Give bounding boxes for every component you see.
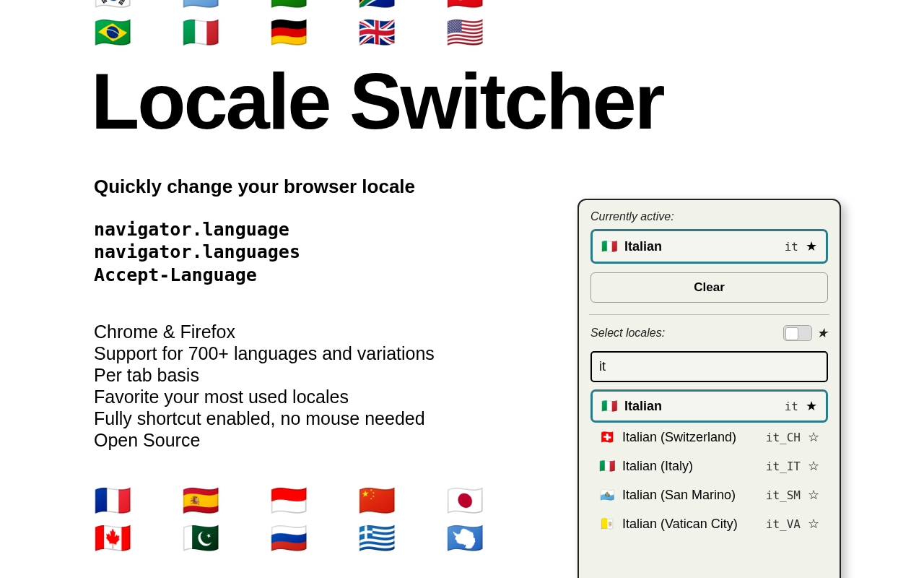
flag-icon: 🇮🇹 xyxy=(601,238,617,254)
flag-icon: 🇮🇹 xyxy=(601,398,617,414)
star-icon[interactable]: ★ xyxy=(806,238,817,254)
star-icon[interactable]: ☆ xyxy=(808,487,819,503)
locale-code: it_SM xyxy=(766,488,801,502)
locale-search-input[interactable] xyxy=(590,351,828,382)
flag-row: 🇰🇷🇦🇷🇮🇳🇿🇦🇹🇷 xyxy=(94,0,541,10)
flag-icon: 🇺🇸 xyxy=(446,17,484,48)
feature-list: Chrome & FirefoxSupport for 700+ languag… xyxy=(94,321,541,451)
flag-icon: 🇮🇹 xyxy=(599,458,615,474)
code-block: navigator.languagenavigator.languagesAcc… xyxy=(94,218,541,286)
flag-icon: 🇿🇦 xyxy=(358,0,396,10)
locale-code: it xyxy=(785,400,798,413)
locale-results: 🇮🇹 Italian it ★ 🇨🇭 Italian (Switzerland)… xyxy=(590,389,828,538)
page-title: Locale Switcher xyxy=(91,55,541,147)
clear-button[interactable]: Clear xyxy=(590,272,828,303)
label-text: Currently active: xyxy=(590,210,674,223)
flag-icon: 🇬🇷 xyxy=(358,523,396,553)
flag-icon: 🇵🇰 xyxy=(182,523,219,553)
star-icon[interactable]: ☆ xyxy=(808,458,819,474)
flag-icon: 🇩🇪 xyxy=(270,17,308,48)
star-icon[interactable]: ☆ xyxy=(808,516,819,532)
feature-line: Support for 700+ languages and variation… xyxy=(94,342,541,364)
flag-icon: 🇯🇵 xyxy=(446,486,484,516)
favorites-toggle-wrap: ★ xyxy=(783,325,828,341)
select-locales-label: Select locales: ★ xyxy=(590,325,828,341)
feature-line: Per tab basis xyxy=(94,364,541,386)
flag-grid-bottom: 🇫🇷🇪🇸🇮🇩🇨🇳🇯🇵 🇨🇦🇵🇰🇷🇺🇬🇷🇦🇶 xyxy=(94,486,541,553)
flag-icon: 🇨🇳 xyxy=(358,486,396,516)
locale-code: it_IT xyxy=(766,460,801,473)
feature-line: Chrome & Firefox xyxy=(94,321,541,342)
code-line: navigator.languages xyxy=(94,241,541,263)
flag-icon: 🇻🇦 xyxy=(599,516,615,532)
active-locale-item[interactable]: 🇮🇹 Italian it ★ xyxy=(590,229,828,264)
locale-name: Italian (Vatican City) xyxy=(622,517,759,532)
flag-icon: 🇸🇲 xyxy=(599,487,615,503)
star-icon[interactable]: ★ xyxy=(806,398,817,414)
star-icon[interactable]: ☆ xyxy=(808,429,819,445)
locale-result-item[interactable]: 🇮🇹 Italian it ★ xyxy=(590,389,828,423)
locale-result-item[interactable]: 🇮🇹 Italian (Italy) it_IT ☆ xyxy=(590,452,828,480)
flag-icon: 🇨🇭 xyxy=(599,429,615,445)
locale-name: Italian (Italy) xyxy=(622,459,759,474)
feature-line: Open Source xyxy=(94,429,541,451)
flag-row: 🇨🇦🇵🇰🇷🇺🇬🇷🇦🇶 xyxy=(94,523,541,553)
label-text: Select locales: xyxy=(590,327,665,340)
flag-icon: 🇷🇺 xyxy=(270,523,308,553)
locale-result-item[interactable]: 🇻🇦 Italian (Vatican City) it_VA ☆ xyxy=(590,509,828,538)
flag-icon: 🇨🇦 xyxy=(94,523,131,553)
flag-icon: 🇪🇸 xyxy=(182,486,219,516)
flag-icon: 🇰🇷 xyxy=(94,0,131,10)
flag-icon: 🇮🇹 xyxy=(182,17,219,48)
flag-icon: 🇦🇶 xyxy=(446,523,484,553)
locale-code: it_CH xyxy=(766,431,801,444)
code-line: navigator.language xyxy=(94,218,541,241)
feature-line: Favorite your most used locales xyxy=(94,386,541,407)
locale-name: Italian (Switzerland) xyxy=(622,430,759,445)
flag-icon: 🇹🇷 xyxy=(446,0,484,10)
currently-active-label: Currently active: xyxy=(590,210,828,223)
flag-icon: 🇮🇩 xyxy=(270,486,308,516)
flag-row: 🇧🇷🇮🇹🇩🇪🇬🇧🇺🇸 xyxy=(94,17,541,48)
hero-section: 🇰🇷🇦🇷🇮🇳🇿🇦🇹🇷 🇧🇷🇮🇹🇩🇪🇬🇧🇺🇸 Locale Switcher Qu… xyxy=(94,0,541,561)
flag-icon: 🇬🇧 xyxy=(358,17,396,48)
favorites-toggle[interactable] xyxy=(783,325,812,341)
locale-name: Italian xyxy=(624,399,777,414)
flag-grid-top: 🇰🇷🇦🇷🇮🇳🇿🇦🇹🇷 🇧🇷🇮🇹🇩🇪🇬🇧🇺🇸 xyxy=(94,0,541,48)
locale-result-item[interactable]: 🇸🇲 Italian (San Marino) it_SM ☆ xyxy=(590,480,828,509)
locale-result-item[interactable]: 🇨🇭 Italian (Switzerland) it_CH ☆ xyxy=(590,423,828,452)
feature-line: Fully shortcut enabled, no mouse needed xyxy=(94,407,541,429)
locale-switcher-panel: Currently active: 🇮🇹 Italian it ★ Clear … xyxy=(578,199,841,578)
locale-name: Italian (San Marino) xyxy=(622,488,759,503)
locale-code: it_VA xyxy=(766,517,801,531)
flag-icon: 🇮🇳 xyxy=(270,0,308,10)
code-line: Accept-Language xyxy=(94,264,541,286)
locale-name: Italian xyxy=(624,239,777,254)
flag-icon: 🇫🇷 xyxy=(94,486,131,516)
tagline: Quickly change your browser locale xyxy=(94,176,541,198)
star-icon: ★ xyxy=(816,325,828,341)
flag-row: 🇫🇷🇪🇸🇮🇩🇨🇳🇯🇵 xyxy=(94,486,541,516)
flag-icon: 🇧🇷 xyxy=(94,17,131,48)
divider xyxy=(589,314,829,315)
locale-code: it xyxy=(785,240,798,254)
flag-icon: 🇦🇷 xyxy=(182,0,219,10)
